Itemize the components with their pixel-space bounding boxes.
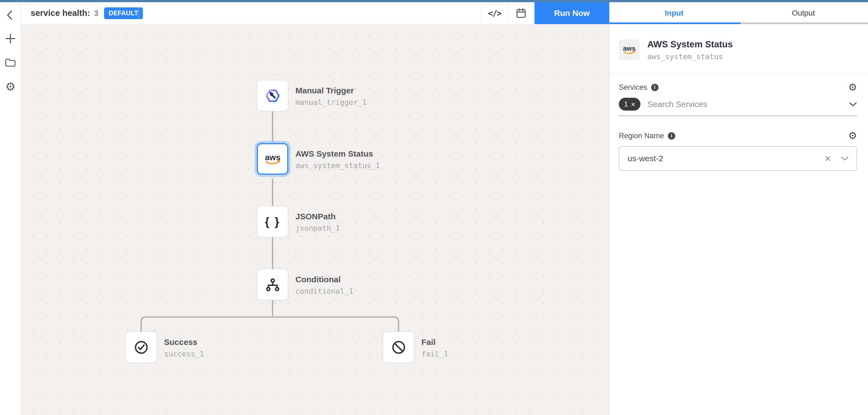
services-settings-button[interactable]: ⚙ bbox=[848, 83, 857, 92]
info-icon[interactable]: i bbox=[651, 84, 658, 91]
node-id: success_1 bbox=[164, 349, 204, 359]
gear-icon: ⚙ bbox=[848, 130, 857, 141]
calendar-icon bbox=[516, 8, 527, 19]
panel-header: aws AWS System Status aws_system_status bbox=[610, 24, 868, 73]
default-badge: DEFAULT bbox=[104, 7, 143, 19]
info-icon[interactable]: i bbox=[668, 132, 675, 139]
top-accent-bar bbox=[0, 0, 868, 2]
workflow-title: service health: bbox=[31, 8, 90, 18]
clear-icon[interactable]: × bbox=[825, 153, 831, 164]
aws-app-icon: aws bbox=[619, 39, 640, 60]
check-circle-icon bbox=[134, 340, 149, 355]
tab-input[interactable]: Input bbox=[610, 2, 739, 24]
code-view-button[interactable]: </> bbox=[482, 2, 507, 24]
remove-selection-icon[interactable]: × bbox=[631, 101, 635, 108]
node-success[interactable] bbox=[125, 331, 157, 363]
panel-title: AWS System Status bbox=[647, 39, 733, 50]
node-id: conditional_1 bbox=[296, 286, 353, 296]
tab-divider bbox=[741, 23, 868, 24]
panel-tabs: Input Output bbox=[610, 2, 868, 24]
node-label-success: Success success_1 bbox=[164, 337, 204, 359]
node-title: Manual Trigger bbox=[296, 85, 367, 96]
node-fail[interactable] bbox=[383, 331, 414, 363]
folder-button[interactable] bbox=[0, 54, 21, 72]
services-select[interactable]: 1 × bbox=[619, 98, 857, 116]
branch-icon bbox=[265, 277, 280, 292]
run-now-button[interactable]: Run Now bbox=[534, 2, 609, 24]
panel-header-text: AWS System Status aws_system_status bbox=[647, 39, 733, 61]
aws-logo-icon: aws bbox=[621, 44, 637, 56]
node-title: AWS System Status bbox=[296, 148, 380, 160]
plus-icon bbox=[5, 33, 16, 44]
region-label: Region Name bbox=[619, 132, 664, 140]
inspector-panel: Input Output aws AWS System Status aws_s… bbox=[609, 2, 868, 415]
prohibited-icon bbox=[391, 340, 406, 355]
folder-icon bbox=[5, 57, 16, 68]
header-divider bbox=[138, 2, 138, 24]
node-title: Conditional bbox=[296, 274, 353, 285]
gear-icon: ⚙ bbox=[848, 82, 857, 93]
braces-icon: { } bbox=[265, 215, 280, 228]
node-id: aws_system_status_1 bbox=[296, 160, 380, 171]
region-settings-button[interactable]: ⚙ bbox=[848, 131, 857, 141]
workflow-version-count: 3 bbox=[94, 8, 99, 18]
aws-logo-icon: aws bbox=[263, 152, 283, 166]
sidebar: ⚙ bbox=[0, 2, 21, 415]
tab-output[interactable]: Output bbox=[739, 2, 868, 24]
node-label-fail: Fail fail_1 bbox=[422, 337, 448, 359]
node-title: JSONPath bbox=[296, 211, 340, 222]
node-aws-system-status[interactable]: aws bbox=[257, 143, 288, 174]
workflow-title-group: service health: 3 DEFAULT bbox=[31, 2, 143, 24]
node-label-conditional: Conditional conditional_1 bbox=[296, 274, 353, 296]
node-jsonpath[interactable]: { } bbox=[257, 206, 288, 237]
schedule-button[interactable] bbox=[508, 2, 534, 24]
panel-divider bbox=[610, 73, 868, 74]
manual-trigger-icon bbox=[265, 88, 281, 104]
chevron-down-icon[interactable] bbox=[841, 156, 849, 161]
node-conditional[interactable] bbox=[257, 269, 288, 300]
code-icon: </> bbox=[488, 8, 501, 18]
back-button[interactable] bbox=[0, 6, 21, 24]
chevron-down-icon[interactable] bbox=[849, 102, 857, 107]
region-section: Region Name i ⚙ × bbox=[619, 131, 857, 171]
node-id: fail_1 bbox=[422, 349, 448, 359]
node-id: manual_trigger_1 bbox=[296, 97, 367, 107]
node-title: Success bbox=[164, 337, 204, 348]
active-tab-indicator bbox=[610, 23, 741, 24]
search-services-input[interactable] bbox=[647, 99, 842, 109]
services-label: Services bbox=[619, 83, 647, 92]
app-root: ⚙ service health: 3 DEFAULT </> Run Now bbox=[0, 0, 868, 415]
node-label-aws-system-status: AWS System Status aws_system_status_1 bbox=[296, 148, 380, 171]
gear-icon: ⚙ bbox=[5, 81, 16, 93]
node-id: jsonpath_1 bbox=[296, 223, 340, 233]
settings-button[interactable]: ⚙ bbox=[0, 78, 21, 96]
services-section: Services i ⚙ 1 × bbox=[619, 83, 857, 116]
node-title: Fail bbox=[422, 337, 448, 348]
node-label-manual-trigger: Manual Trigger manual_trigger_1 bbox=[296, 85, 367, 107]
node-manual-trigger[interactable] bbox=[257, 80, 288, 111]
selected-count-badge[interactable]: 1 × bbox=[619, 98, 641, 110]
panel-subtitle: aws_system_status bbox=[647, 52, 733, 61]
region-select[interactable]: × bbox=[619, 146, 857, 171]
chevron-left-icon bbox=[4, 8, 17, 22]
add-button[interactable] bbox=[0, 30, 21, 47]
header: service health: 3 DEFAULT </> Run Now bbox=[21, 2, 609, 24]
region-input[interactable] bbox=[627, 154, 825, 163]
selected-count: 1 bbox=[624, 100, 628, 108]
node-label-jsonpath: JSONPath jsonpath_1 bbox=[296, 211, 340, 233]
